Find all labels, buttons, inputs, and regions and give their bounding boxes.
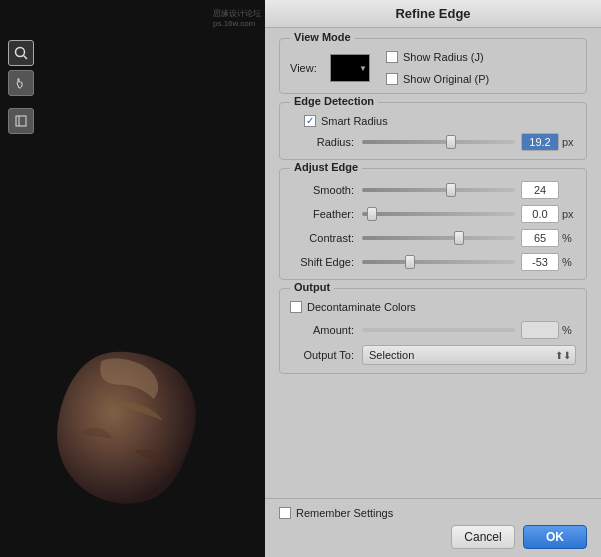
cancel-button[interactable]: Cancel: [451, 525, 515, 549]
radius-row: Radius: 19.2 px: [290, 133, 576, 151]
zoom-tool[interactable]: [8, 40, 34, 66]
feather-row: Feather: 0.0 px: [290, 205, 576, 223]
svg-rect-2: [16, 116, 26, 126]
smart-radius-row: Smart Radius: [304, 115, 576, 127]
radius-label: Radius:: [290, 136, 362, 148]
remember-row: Remember Settings: [279, 507, 587, 519]
feather-label: Feather:: [290, 208, 362, 220]
output-to-row: Output To: Selection ⬆⬇: [290, 345, 576, 365]
view-label: View:: [290, 62, 322, 74]
hand-tool[interactable]: [8, 70, 34, 96]
contrast-slider-container: [362, 230, 515, 246]
watermark: 思缘设计论坛 ps.16w.com: [213, 8, 261, 28]
show-radius-row: Show Radius (J): [386, 51, 489, 63]
output-to-value: Selection: [369, 349, 414, 361]
brush-tool[interactable]: [8, 108, 34, 134]
smooth-input[interactable]: 24: [521, 181, 559, 199]
output-to-dropdown[interactable]: Selection ⬆⬇: [362, 345, 576, 365]
contrast-label: Contrast:: [290, 232, 362, 244]
smooth-slider-container: [362, 182, 515, 198]
view-mode-row: View: ▼ Show Radius (J) Show Original (P…: [290, 51, 576, 85]
amount-slider-container: [362, 322, 515, 338]
view-thumb-arrow-icon: ▼: [359, 64, 367, 73]
contrast-slider-thumb[interactable]: [454, 231, 464, 245]
show-radius-checkbox[interactable]: [386, 51, 398, 63]
edge-detection-section: Edge Detection Smart Radius Radius: 19.2…: [279, 102, 587, 160]
radius-unit: px: [562, 136, 576, 148]
adjust-edge-label: Adjust Edge: [290, 161, 362, 173]
shift-edge-row: Shift Edge: -53 %: [290, 253, 576, 271]
output-to-label: Output To:: [290, 349, 362, 361]
radius-input[interactable]: 19.2: [521, 133, 559, 151]
shift-edge-slider-container: [362, 254, 515, 270]
amount-row: Amount: %: [290, 321, 576, 339]
smart-radius-label: Smart Radius: [321, 115, 388, 127]
show-original-row: Show Original (P): [386, 73, 489, 85]
view-options: Show Radius (J) Show Original (P): [386, 51, 489, 85]
canvas-panel: 思缘设计论坛 ps.16w.com: [0, 0, 265, 557]
decontaminate-checkbox[interactable]: [290, 301, 302, 313]
button-row: Cancel OK: [279, 525, 587, 549]
toolbar: [8, 40, 34, 134]
feather-slider-thumb[interactable]: [367, 207, 377, 221]
contrast-row: Contrast: 65 %: [290, 229, 576, 247]
decontaminate-label: Decontaminate Colors: [307, 301, 416, 313]
remember-label: Remember Settings: [296, 507, 393, 519]
smooth-row: Smooth: 24: [290, 181, 576, 199]
adjust-edge-section: Adjust Edge Smooth: 24 Feather:: [279, 168, 587, 280]
show-original-label: Show Original (P): [403, 73, 489, 85]
edge-detection-label: Edge Detection: [290, 95, 378, 107]
contrast-input[interactable]: 65: [521, 229, 559, 247]
amount-label: Amount:: [290, 324, 362, 336]
dialog-footer: Remember Settings Cancel OK: [265, 498, 601, 557]
shift-edge-label: Shift Edge:: [290, 256, 362, 268]
radius-slider-container: [362, 134, 515, 150]
smooth-label: Smooth:: [290, 184, 362, 196]
contrast-slider-track: [362, 236, 515, 240]
show-radius-label: Show Radius (J): [403, 51, 484, 63]
radius-slider-thumb[interactable]: [446, 135, 456, 149]
output-section: Output Decontaminate Colors Amount: % Ou…: [279, 288, 587, 374]
view-mode-section: View Mode View: ▼ Show Radius (J) Show O…: [279, 38, 587, 94]
contrast-unit: %: [562, 232, 576, 244]
dialog-title: Refine Edge: [395, 6, 470, 21]
amount-unit: %: [562, 324, 576, 336]
shift-edge-slider-thumb[interactable]: [405, 255, 415, 269]
view-mode-label: View Mode: [290, 31, 355, 43]
shift-edge-input[interactable]: -53: [521, 253, 559, 271]
remember-checkbox[interactable]: [279, 507, 291, 519]
dialog-body: View Mode View: ▼ Show Radius (J) Show O…: [265, 28, 601, 498]
amount-slider-track: [362, 328, 515, 332]
rock-image: [40, 337, 210, 527]
show-original-checkbox[interactable]: [386, 73, 398, 85]
feather-unit: px: [562, 208, 576, 220]
radius-slider-track: [362, 140, 515, 144]
dialog-panel: Refine Edge View Mode View: ▼ Show Radiu…: [265, 0, 601, 557]
shift-edge-unit: %: [562, 256, 576, 268]
smooth-slider-thumb[interactable]: [446, 183, 456, 197]
ok-button[interactable]: OK: [523, 525, 587, 549]
feather-slider-track: [362, 212, 515, 216]
svg-point-0: [16, 48, 25, 57]
svg-line-1: [24, 56, 28, 60]
shift-edge-slider-track: [362, 260, 515, 264]
decontaminate-row: Decontaminate Colors: [290, 301, 576, 313]
feather-slider-container: [362, 206, 515, 222]
smooth-slider-track: [362, 188, 515, 192]
smart-radius-checkbox[interactable]: [304, 115, 316, 127]
amount-input[interactable]: [521, 321, 559, 339]
view-thumbnail[interactable]: ▼: [330, 54, 370, 82]
dropdown-arrow-icon: ⬆⬇: [555, 350, 571, 361]
dialog-titlebar: Refine Edge: [265, 0, 601, 28]
output-label: Output: [290, 281, 334, 293]
feather-input[interactable]: 0.0: [521, 205, 559, 223]
